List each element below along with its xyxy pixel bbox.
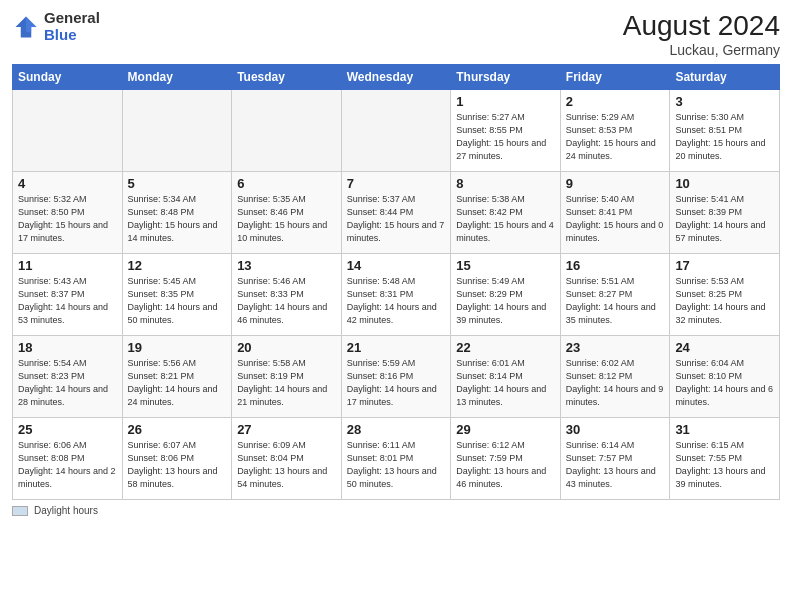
calendar-cell: 4 Sunrise: 5:32 AMSunset: 8:50 PMDayligh… — [13, 172, 123, 254]
day-number: 20 — [237, 340, 336, 355]
calendar-cell: 2 Sunrise: 5:29 AMSunset: 8:53 PMDayligh… — [560, 90, 670, 172]
day-number: 23 — [566, 340, 665, 355]
week-row-5: 25 Sunrise: 6:06 AMSunset: 8:08 PMDaylig… — [13, 418, 780, 500]
calendar-cell: 24 Sunrise: 6:04 AMSunset: 8:10 PMDaylig… — [670, 336, 780, 418]
day-number: 11 — [18, 258, 117, 273]
logo: General Blue — [12, 10, 100, 43]
day-detail: Sunrise: 6:07 AMSunset: 8:06 PMDaylight:… — [128, 440, 218, 489]
day-number: 29 — [456, 422, 555, 437]
calendar-cell: 15 Sunrise: 5:49 AMSunset: 8:29 PMDaylig… — [451, 254, 561, 336]
month-year: August 2024 — [623, 10, 780, 42]
day-detail: Sunrise: 5:41 AMSunset: 8:39 PMDaylight:… — [675, 194, 765, 243]
calendar-header-friday: Friday — [560, 65, 670, 90]
calendar-cell: 10 Sunrise: 5:41 AMSunset: 8:39 PMDaylig… — [670, 172, 780, 254]
day-detail: Sunrise: 6:15 AMSunset: 7:55 PMDaylight:… — [675, 440, 765, 489]
day-detail: Sunrise: 5:37 AMSunset: 8:44 PMDaylight:… — [347, 194, 445, 243]
calendar-cell: 23 Sunrise: 6:02 AMSunset: 8:12 PMDaylig… — [560, 336, 670, 418]
day-detail: Sunrise: 5:56 AMSunset: 8:21 PMDaylight:… — [128, 358, 218, 407]
calendar-cell: 1 Sunrise: 5:27 AMSunset: 8:55 PMDayligh… — [451, 90, 561, 172]
calendar-cell: 6 Sunrise: 5:35 AMSunset: 8:46 PMDayligh… — [232, 172, 342, 254]
day-detail: Sunrise: 6:06 AMSunset: 8:08 PMDaylight:… — [18, 440, 116, 489]
footnote-box — [12, 506, 28, 516]
calendar-cell — [232, 90, 342, 172]
day-detail: Sunrise: 5:59 AMSunset: 8:16 PMDaylight:… — [347, 358, 437, 407]
calendar-cell — [122, 90, 232, 172]
footnote-label: Daylight hours — [34, 505, 98, 516]
calendar-cell: 11 Sunrise: 5:43 AMSunset: 8:37 PMDaylig… — [13, 254, 123, 336]
calendar-cell: 18 Sunrise: 5:54 AMSunset: 8:23 PMDaylig… — [13, 336, 123, 418]
week-row-3: 11 Sunrise: 5:43 AMSunset: 8:37 PMDaylig… — [13, 254, 780, 336]
logo-blue: Blue — [44, 26, 77, 43]
day-detail: Sunrise: 6:09 AMSunset: 8:04 PMDaylight:… — [237, 440, 327, 489]
day-number: 2 — [566, 94, 665, 109]
calendar-cell: 13 Sunrise: 5:46 AMSunset: 8:33 PMDaylig… — [232, 254, 342, 336]
calendar-cell: 12 Sunrise: 5:45 AMSunset: 8:35 PMDaylig… — [122, 254, 232, 336]
calendar: SundayMondayTuesdayWednesdayThursdayFrid… — [12, 64, 780, 500]
day-detail: Sunrise: 6:02 AMSunset: 8:12 PMDaylight:… — [566, 358, 664, 407]
day-detail: Sunrise: 6:11 AMSunset: 8:01 PMDaylight:… — [347, 440, 437, 489]
logo-icon — [12, 13, 40, 41]
calendar-cell: 9 Sunrise: 5:40 AMSunset: 8:41 PMDayligh… — [560, 172, 670, 254]
day-detail: Sunrise: 5:45 AMSunset: 8:35 PMDaylight:… — [128, 276, 218, 325]
day-detail: Sunrise: 5:27 AMSunset: 8:55 PMDaylight:… — [456, 112, 546, 161]
day-number: 9 — [566, 176, 665, 191]
calendar-header-wednesday: Wednesday — [341, 65, 451, 90]
day-number: 28 — [347, 422, 446, 437]
calendar-cell: 5 Sunrise: 5:34 AMSunset: 8:48 PMDayligh… — [122, 172, 232, 254]
day-number: 12 — [128, 258, 227, 273]
calendar-cell: 3 Sunrise: 5:30 AMSunset: 8:51 PMDayligh… — [670, 90, 780, 172]
day-number: 19 — [128, 340, 227, 355]
day-detail: Sunrise: 6:04 AMSunset: 8:10 PMDaylight:… — [675, 358, 773, 407]
day-number: 15 — [456, 258, 555, 273]
calendar-cell: 17 Sunrise: 5:53 AMSunset: 8:25 PMDaylig… — [670, 254, 780, 336]
calendar-cell: 29 Sunrise: 6:12 AMSunset: 7:59 PMDaylig… — [451, 418, 561, 500]
day-detail: Sunrise: 5:40 AMSunset: 8:41 PMDaylight:… — [566, 194, 664, 243]
calendar-header-monday: Monday — [122, 65, 232, 90]
calendar-header-row: SundayMondayTuesdayWednesdayThursdayFrid… — [13, 65, 780, 90]
day-number: 5 — [128, 176, 227, 191]
day-number: 18 — [18, 340, 117, 355]
day-number: 3 — [675, 94, 774, 109]
day-detail: Sunrise: 6:14 AMSunset: 7:57 PMDaylight:… — [566, 440, 656, 489]
title-block: August 2024 Luckau, Germany — [623, 10, 780, 58]
day-number: 1 — [456, 94, 555, 109]
calendar-cell: 16 Sunrise: 5:51 AMSunset: 8:27 PMDaylig… — [560, 254, 670, 336]
day-number: 21 — [347, 340, 446, 355]
day-detail: Sunrise: 5:54 AMSunset: 8:23 PMDaylight:… — [18, 358, 108, 407]
logo-text: General Blue — [44, 10, 100, 43]
day-number: 7 — [347, 176, 446, 191]
day-detail: Sunrise: 5:29 AMSunset: 8:53 PMDaylight:… — [566, 112, 656, 161]
day-detail: Sunrise: 5:32 AMSunset: 8:50 PMDaylight:… — [18, 194, 108, 243]
day-number: 25 — [18, 422, 117, 437]
calendar-cell — [341, 90, 451, 172]
calendar-cell: 7 Sunrise: 5:37 AMSunset: 8:44 PMDayligh… — [341, 172, 451, 254]
day-number: 13 — [237, 258, 336, 273]
day-number: 27 — [237, 422, 336, 437]
calendar-header-sunday: Sunday — [13, 65, 123, 90]
location: Luckau, Germany — [623, 42, 780, 58]
footnote: Daylight hours — [12, 505, 780, 516]
calendar-cell: 28 Sunrise: 6:11 AMSunset: 8:01 PMDaylig… — [341, 418, 451, 500]
calendar-cell: 26 Sunrise: 6:07 AMSunset: 8:06 PMDaylig… — [122, 418, 232, 500]
day-detail: Sunrise: 5:34 AMSunset: 8:48 PMDaylight:… — [128, 194, 218, 243]
calendar-cell: 21 Sunrise: 5:59 AMSunset: 8:16 PMDaylig… — [341, 336, 451, 418]
day-detail: Sunrise: 5:46 AMSunset: 8:33 PMDaylight:… — [237, 276, 327, 325]
week-row-1: 1 Sunrise: 5:27 AMSunset: 8:55 PMDayligh… — [13, 90, 780, 172]
day-detail: Sunrise: 6:01 AMSunset: 8:14 PMDaylight:… — [456, 358, 546, 407]
day-detail: Sunrise: 5:51 AMSunset: 8:27 PMDaylight:… — [566, 276, 656, 325]
day-detail: Sunrise: 6:12 AMSunset: 7:59 PMDaylight:… — [456, 440, 546, 489]
calendar-cell: 22 Sunrise: 6:01 AMSunset: 8:14 PMDaylig… — [451, 336, 561, 418]
day-detail: Sunrise: 5:35 AMSunset: 8:46 PMDaylight:… — [237, 194, 327, 243]
header: General Blue August 2024 Luckau, Germany — [12, 10, 780, 58]
calendar-cell: 31 Sunrise: 6:15 AMSunset: 7:55 PMDaylig… — [670, 418, 780, 500]
day-number: 31 — [675, 422, 774, 437]
day-number: 17 — [675, 258, 774, 273]
day-number: 10 — [675, 176, 774, 191]
week-row-4: 18 Sunrise: 5:54 AMSunset: 8:23 PMDaylig… — [13, 336, 780, 418]
page: General Blue August 2024 Luckau, Germany… — [0, 0, 792, 612]
day-detail: Sunrise: 5:38 AMSunset: 8:42 PMDaylight:… — [456, 194, 554, 243]
day-number: 16 — [566, 258, 665, 273]
day-number: 14 — [347, 258, 446, 273]
day-detail: Sunrise: 5:48 AMSunset: 8:31 PMDaylight:… — [347, 276, 437, 325]
calendar-cell: 8 Sunrise: 5:38 AMSunset: 8:42 PMDayligh… — [451, 172, 561, 254]
